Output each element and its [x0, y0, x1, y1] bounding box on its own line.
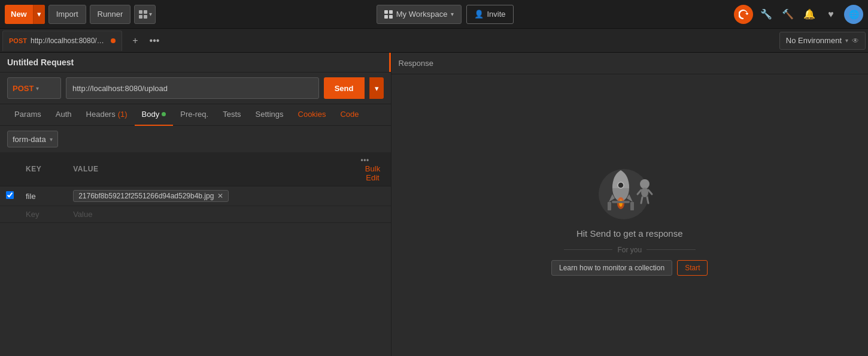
- tab-params[interactable]: Params: [7, 104, 48, 126]
- tab-headers[interactable]: Headers (1): [79, 104, 135, 126]
- kv-table-header: KEY VALUE ••• Bulk Edit: [0, 152, 391, 186]
- body-content: form-data ▾ KEY VALUE ••• Bulk Edit: [0, 126, 391, 356]
- workspace-label: My Workspace: [396, 10, 448, 19]
- tab-settings[interactable]: Settings: [248, 104, 291, 126]
- monitor-button[interactable]: Learn how to monitor a collection: [551, 260, 672, 276]
- workspace-grid-icon: [384, 10, 393, 19]
- response-header: Response: [391, 53, 869, 74]
- placeholder-actions: [355, 206, 391, 223]
- new-button-group[interactable]: New ▾: [5, 5, 45, 24]
- toolbar-center: My Workspace ▾ 👤 Invite: [159, 5, 730, 24]
- tab-auth[interactable]: Auth: [48, 104, 79, 126]
- runner-button[interactable]: Runner: [90, 5, 131, 24]
- rocket-illustration: [591, 155, 669, 221]
- sync-icon[interactable]: [734, 5, 753, 24]
- tab-actions: + •••: [127, 32, 163, 49]
- headers-count: (1): [118, 110, 128, 119]
- import-button[interactable]: Import: [48, 5, 86, 24]
- value-cell[interactable]: 2176bf8b59212f2551266d94ad529b4b.jpg ✕: [67, 186, 354, 206]
- response-title: Response: [399, 59, 434, 68]
- svg-rect-9: [612, 201, 630, 203]
- toolbar-right: 🔧 🔨 🔔 ♥ 🌐: [734, 5, 863, 24]
- bulk-edit-button[interactable]: Bulk Edit: [361, 164, 385, 182]
- body-type-chevron-icon: ▾: [50, 136, 53, 143]
- request-title: Untitled Request: [7, 58, 74, 67]
- main-content: Untitled Request POST ▾ Send ▾ Params Au…: [0, 53, 868, 356]
- invite-icon: 👤: [474, 10, 484, 19]
- kv-table: KEY VALUE ••• Bulk Edit file: [0, 152, 391, 223]
- start-button[interactable]: Start: [677, 260, 708, 276]
- request-panel: Untitled Request POST ▾ Send ▾ Params Au…: [0, 53, 391, 356]
- response-panel: Response: [391, 53, 869, 356]
- request-title-wrapper: Untitled Request: [0, 53, 391, 73]
- tab-bar: POST http://localhost:8080/upload + ••• …: [0, 29, 868, 53]
- svg-rect-2: [139, 15, 142, 19]
- tab-code[interactable]: Code: [333, 104, 366, 126]
- heart-icon[interactable]: ♥: [823, 6, 839, 23]
- settings-icon[interactable]: 🔨: [779, 6, 796, 23]
- wrench-icon[interactable]: 🔧: [758, 6, 775, 23]
- tab-prereq[interactable]: Pre-req.: [173, 104, 216, 126]
- tab-cookies[interactable]: Cookies: [291, 104, 333, 126]
- workspace-button[interactable]: My Workspace ▾: [377, 5, 462, 24]
- svg-rect-10: [608, 202, 611, 210]
- tab-modified-dot: [111, 38, 116, 43]
- th-actions: ••• Bulk Edit: [355, 152, 391, 186]
- file-remove-icon[interactable]: ✕: [217, 192, 223, 200]
- send-dropdown-button[interactable]: ▾: [369, 77, 384, 99]
- row-checkbox[interactable]: [6, 191, 14, 199]
- key-cell[interactable]: file: [20, 186, 67, 206]
- row-checkbox-cell[interactable]: [0, 186, 20, 206]
- method-chevron-icon: ▾: [36, 85, 39, 92]
- placeholder-key[interactable]: Key: [20, 206, 67, 223]
- send-button[interactable]: Send: [324, 77, 365, 99]
- body-dot: [162, 112, 166, 116]
- file-name: 2176bf8b59212f2551266d94ad529b4b.jpg: [78, 192, 214, 200]
- main-toolbar: New ▾ Import Runner ▾ My Workspace ▾ 👤 I…: [0, 0, 868, 29]
- env-chevron-icon: ▾: [845, 37, 848, 44]
- for-you-section: For you Learn how to monitor a collectio…: [551, 246, 708, 276]
- request-tabs: Params Auth Headers (1) Body Pre-req. Te…: [0, 104, 391, 126]
- new-dropdown-arrow[interactable]: ▾: [33, 5, 45, 24]
- url-row: POST ▾ Send ▾: [0, 73, 391, 104]
- svg-line-17: [647, 197, 648, 203]
- response-body: Hit Send to get a response For you Learn…: [391, 74, 869, 356]
- svg-point-12: [640, 179, 650, 189]
- hit-send-text: Hit Send to get a response: [576, 228, 683, 239]
- url-input[interactable]: [66, 77, 319, 99]
- bell-icon[interactable]: 🔔: [801, 6, 818, 23]
- placeholder-value[interactable]: Value: [67, 206, 354, 223]
- title-accent: [389, 53, 391, 72]
- tab-body[interactable]: Body: [135, 104, 174, 126]
- globe-icon[interactable]: 🌐: [844, 5, 863, 24]
- more-tabs-button[interactable]: •••: [146, 32, 163, 49]
- for-you-label: For you: [617, 246, 642, 254]
- th-checkbox: [0, 152, 20, 186]
- new-button[interactable]: New: [5, 5, 33, 24]
- placeholder-checkbox: [0, 206, 20, 223]
- tab-url: http://localhost:8080/upload: [31, 37, 107, 45]
- svg-rect-3: [144, 15, 147, 19]
- tab-method: POST: [9, 37, 27, 44]
- layout-button[interactable]: ▾: [134, 5, 156, 24]
- row-actions: [355, 186, 391, 206]
- svg-rect-11: [630, 202, 634, 210]
- env-selector[interactable]: No Environment ▾ 👁: [779, 32, 866, 50]
- env-eye-icon[interactable]: 👁: [852, 37, 859, 45]
- invite-button[interactable]: 👤 Invite: [466, 5, 513, 24]
- body-type-label: form-data: [13, 135, 46, 144]
- tab-tests[interactable]: Tests: [216, 104, 248, 126]
- placeholder-row: Key Value: [0, 206, 391, 223]
- th-value: VALUE: [67, 152, 354, 186]
- svg-line-16: [641, 197, 642, 203]
- workspace-chevron-icon: ▾: [451, 11, 454, 17]
- request-tab[interactable]: POST http://localhost:8080/upload: [2, 31, 122, 51]
- env-label: No Environment: [786, 36, 842, 45]
- more-icon[interactable]: •••: [361, 156, 369, 164]
- svg-rect-1: [144, 10, 147, 14]
- body-toolbar: form-data ▾: [0, 126, 391, 152]
- body-type-select[interactable]: form-data ▾: [7, 131, 58, 147]
- add-tab-button[interactable]: +: [127, 32, 144, 49]
- method-selector[interactable]: POST ▾: [7, 77, 61, 99]
- file-tag: 2176bf8b59212f2551266d94ad529b4b.jpg ✕: [73, 190, 229, 202]
